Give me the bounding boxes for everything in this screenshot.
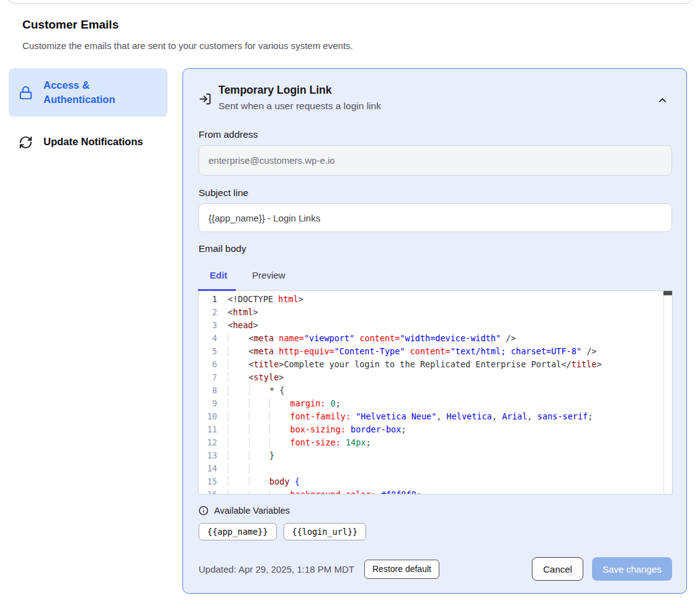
code-line: 15 body { [199, 475, 663, 488]
save-changes-button[interactable]: Save changes [592, 557, 672, 581]
sidebar-item-label: Access & Authentication [43, 78, 158, 107]
tab-preview[interactable]: Preview [252, 270, 285, 280]
code-line: 14 [199, 462, 663, 475]
scrollbar-thumb[interactable] [663, 291, 672, 295]
variable-chip-app-name[interactable]: {{app_name}} [199, 523, 277, 540]
editor-scrollbar[interactable] [663, 291, 672, 494]
code-lines: 1<!DOCTYPE html>2<html>3<head>4 <meta na… [199, 293, 663, 494]
from-address-input [199, 145, 672, 176]
subject-line-label: Subject line [199, 187, 248, 199]
code-line: 9 margin: 0; [199, 397, 663, 410]
code-line: 13 } [199, 449, 663, 462]
code-line: 6 <title>Complete your login to the Repl… [199, 358, 663, 371]
page-description: Customize the emails that are sent to yo… [22, 40, 353, 51]
code-line: 4 <meta name="viewport" content="width=d… [199, 332, 663, 345]
code-line: 7 <style> [199, 371, 663, 384]
available-variables-row: Available Variables [199, 506, 290, 516]
from-address-label: From address [199, 129, 258, 140]
tab-edit[interactable]: Edit [210, 270, 227, 280]
line-number: 14 [199, 462, 226, 475]
code-line: 10 font-family: "Helvetica Neue", Helvet… [199, 410, 663, 423]
code-line: 8 * { [199, 384, 663, 397]
subject-line-input[interactable] [199, 203, 672, 232]
line-number: 7 [199, 371, 226, 384]
page-title: Customer Emails [22, 18, 119, 32]
active-tab-indicator [198, 289, 236, 291]
lock-icon [19, 86, 33, 100]
refresh-icon [19, 135, 33, 150]
code-editor[interactable]: 1<!DOCTYPE html>2<html>3<head>4 <meta na… [198, 290, 673, 494]
line-number: 4 [199, 332, 226, 345]
line-number: 1 [199, 293, 226, 306]
email-body-label: Email body [199, 243, 246, 254]
available-variables-label: Available Variables [214, 506, 290, 516]
code-line: 1<!DOCTYPE html> [199, 293, 663, 306]
updated-timestamp: Updated: Apr 29, 2025, 1:18 PM MDT [199, 564, 354, 574]
code-line: 16 background-color: #f8f8f8; [199, 488, 663, 494]
code-line: 12 font-size: 14px; [199, 436, 663, 449]
variable-chip-login-url[interactable]: {{login_url}} [284, 523, 367, 540]
collapse-button[interactable] [657, 91, 675, 109]
line-number: 12 [199, 436, 226, 449]
email-template-card: Temporary Login Link Sent when a user re… [182, 68, 687, 594]
log-in-icon [199, 92, 212, 105]
cancel-button[interactable]: Cancel [532, 557, 583, 581]
line-number: 5 [199, 345, 226, 358]
chevron-up-icon [657, 94, 675, 106]
line-number: 10 [199, 410, 226, 423]
email-body-tabs: Edit Preview [210, 270, 285, 280]
line-number: 9 [199, 397, 226, 410]
line-number: 8 [199, 384, 226, 397]
code-line: 11 box-sizing: border-box; [199, 423, 663, 436]
sidebar-item-update-notifications[interactable]: Update Notifications [9, 127, 168, 157]
previous-card-bottom-edge [6, 0, 694, 4]
sidebar-item-access-authentication[interactable]: Access & Authentication [9, 68, 168, 117]
info-icon [199, 506, 209, 516]
line-number: 11 [199, 423, 226, 436]
code-line: 5 <meta http-equiv="Content-Type" conten… [199, 345, 663, 358]
variable-chips: {{app_name}} {{login_url}} [199, 523, 366, 540]
line-number: 2 [199, 306, 226, 319]
sidebar-item-label: Update Notifications [43, 135, 143, 149]
code-line: 2<html> [199, 306, 663, 319]
line-number: 6 [199, 358, 226, 371]
card-footer: Updated: Apr 29, 2025, 1:18 PM MDT Resto… [199, 557, 672, 581]
restore-default-button[interactable]: Restore default [364, 560, 439, 579]
template-subtitle: Sent when a user requests a login link [218, 101, 381, 112]
template-title: Temporary Login Link [218, 84, 331, 97]
line-number: 3 [199, 319, 226, 332]
line-number: 16 [199, 488, 226, 494]
code-line: 3<head> [199, 319, 663, 332]
line-number: 13 [199, 449, 226, 462]
line-number: 15 [199, 475, 226, 488]
